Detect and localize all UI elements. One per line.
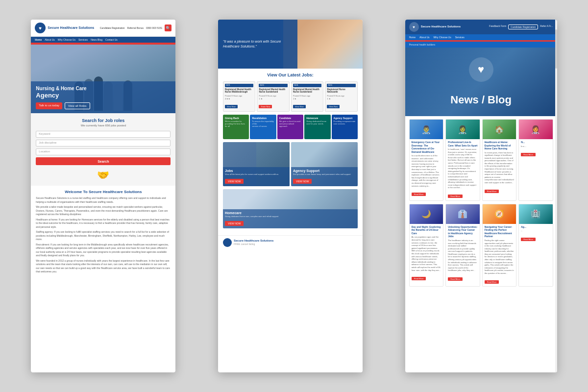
scrollbar-thumb[interactable]: [555, 29, 557, 69]
blog-btn-7[interactable]: Read More: [485, 280, 499, 284]
right-main-nav: Home About Us Why Choose Us Services: [405, 34, 557, 40]
large-panels: Jobs View all the latest jobs for nurses…: [223, 142, 358, 186]
job-card-2: NHS Registered Mental Health Nurse Sunde…: [257, 81, 290, 112]
job-btn-3[interactable]: View Now: [293, 105, 306, 108]
cat-homecare-text: Giving dedicated home care for your need…: [306, 120, 328, 125]
agency-panel-title: Agency Support: [293, 169, 356, 172]
scrollbar[interactable]: [555, 20, 557, 372]
right-nav-btns: Feedback Form Candidate Registration Ref…: [489, 24, 553, 29]
right-refer-btn[interactable]: Refer A Fr...: [540, 24, 553, 29]
cat-agency-text: Providing compassionate care services: [334, 120, 356, 125]
blog-btn-1[interactable]: Read More: [412, 193, 426, 196]
homecare-panel-overlay: Homecare Giving dedicated home care, com…: [223, 209, 358, 228]
nav-about[interactable]: About Us: [45, 38, 55, 41]
cat-revalidation[interactable]: Revalidation To ensure the impartiality …: [250, 115, 276, 139]
nav-home[interactable]: Home: [35, 38, 42, 41]
welcome-para6: We were founded in 2012 a group of nurse…: [36, 259, 171, 274]
jobs-panel-overlay: Jobs View all the latest jobs for nurses…: [223, 167, 290, 186]
jobs-panel-btn[interactable]: VIEW NOW: [225, 179, 244, 184]
location-field[interactable]: Location: [36, 148, 171, 155]
right-nav-home[interactable]: Home: [409, 36, 416, 39]
blog-text-3: In recent years, there has been a signif…: [485, 151, 514, 184]
hands-icon: 🤝: [36, 169, 171, 181]
left-hero-image: Nursing & Home Care Agency Talk to us to…: [31, 45, 175, 113]
blog-btn-3[interactable]: Read More: [485, 190, 499, 193]
cat-agency-label: Agency Support: [334, 117, 356, 120]
cat-giving-back[interactable]: Giving Back We're committed to providing…: [223, 115, 249, 139]
panel-agency[interactable]: Agency Support Zen provides a care-based…: [291, 142, 358, 186]
jobs-panel-text: View all the latest jobs for nurses and …: [225, 173, 288, 175]
panel-homecare[interactable]: Homecare Giving dedicated home care, com…: [223, 189, 358, 228]
search-button[interactable]: Search: [36, 157, 171, 165]
right-nav-about[interactable]: About Us: [419, 36, 430, 39]
welcome-para1: Secure Healthcare Solutions is a nurse-l…: [36, 196, 171, 204]
keyword-field[interactable]: Keyword: [36, 131, 171, 138]
blog-person-4: 👩‍⚕️: [519, 120, 553, 139]
job-btn-2[interactable]: Team Now: [259, 105, 272, 108]
blog-person-8: 🏥: [519, 204, 553, 224]
nav-services[interactable]: Services: [78, 38, 88, 41]
blog-card-5: 🌙 Day and Night: Exploring the Benefits …: [409, 204, 444, 287]
blog-btn-6[interactable]: Read More: [448, 277, 463, 281]
job-tag-1: NHS: [225, 84, 254, 87]
nav-candidate-reg[interactable]: Candidate Registration: [100, 26, 125, 29]
blog-img-6: 👔: [446, 204, 480, 224]
discipline-field[interactable]: Job discipline: [36, 140, 171, 147]
job-btn-1[interactable]: View Now: [225, 105, 238, 108]
blog-btn-5[interactable]: Read More: [412, 277, 426, 280]
blog-btn-8[interactable]: Read More: [521, 238, 536, 241]
blog-card-8: 🏥 Ag... ... Read More: [518, 204, 553, 287]
cat-homecare-label: Homecare: [306, 117, 328, 120]
middle-screenshot: "It was a pleasure to work with Secure H…: [218, 20, 363, 372]
right-nav-services[interactable]: Services: [455, 36, 465, 39]
nav-referral[interactable]: Referral Bonus: [127, 26, 144, 29]
search-title: Search for Job roles: [36, 118, 171, 123]
blog-card-3: 🏠 Healthcare at Home: Exploring the Worl…: [482, 119, 517, 201]
blog-img-4: 👩‍⚕️: [519, 120, 553, 139]
nav-newsblog[interactable]: News Blog: [91, 38, 102, 41]
blog-btn-2[interactable]: Read More: [448, 195, 463, 198]
view-roles-btn[interactable]: View all Roles: [65, 102, 90, 109]
homecare-panel-btn[interactable]: VIEW NOW: [225, 221, 244, 226]
category-grid: Giving Back We're committed to providing…: [223, 115, 358, 139]
job-detail-4: Posted 9 Hours ago: [327, 95, 356, 97]
blog-img-2: 👩‍⚕️: [446, 120, 480, 139]
blog-title-3: Healthcare at Home: Exploring the World …: [485, 141, 514, 150]
panel-jobs[interactable]: Jobs View all the latest jobs for nurses…: [223, 142, 290, 186]
hero-buttons: Talk to us today View all Roles: [36, 102, 171, 109]
job-tag-4: NHS: [327, 84, 356, 87]
blog-btn-4[interactable]: Read More: [521, 153, 536, 156]
job-card-3: NHS Registered Mental Health Nurse Sunde…: [291, 81, 324, 112]
blog-title-5: Day and Night: Exploring the Benefits of…: [412, 225, 441, 235]
blog-grid-row2: 🌙 Day and Night: Exploring the Benefits …: [405, 204, 557, 290]
right-candidate-btn[interactable]: Candidate Registration: [508, 24, 538, 29]
search-section: Search for Job roles We currently have 6…: [31, 113, 175, 186]
agency-panel-btn[interactable]: VIEW NOW: [293, 179, 312, 184]
cat-revalidation-label: Revalidation: [252, 117, 274, 120]
job-btn-4[interactable]: View Now: [327, 105, 340, 108]
blog-title-7: Navigating Your Career: Finding the Perf…: [485, 225, 514, 238]
left-nav-links: Candidate Registration Referral Bonus 03…: [100, 24, 172, 31]
left-screenshot: ♥ Secure Healthcare Solutions Candidate …: [31, 20, 175, 372]
search-icon-btn[interactable]: 🔍: [165, 24, 172, 31]
hero-title: Nursing & Home Care: [36, 85, 171, 92]
right-feedback-btn[interactable]: Feedback Form: [489, 24, 506, 29]
blog-content-1: Emergency Care at Your Doorstep: The Con…: [410, 139, 443, 198]
cat-candidate[interactable]: Candidate We give a client-focused and p…: [277, 115, 303, 139]
blog-text-4: In a ...: [521, 145, 551, 148]
blog-text-8: ...: [521, 229, 551, 232]
blog-title-1: Emergency Care at Your Doorstep: The Con…: [412, 141, 441, 153]
search-subtitle: We currently have 656 jobs posted: [36, 124, 171, 127]
blog-title-2: Professional Live-In Care: What Sets Us …: [448, 141, 478, 147]
cat-homecare[interactable]: Homecare Giving dedicated home care for …: [304, 115, 330, 139]
footer: Secure Healthcare Solutions FREE cancel …: [218, 235, 363, 249]
welcome-para5: Recruitment: If you are looking for long…: [36, 243, 171, 258]
right-nav-why[interactable]: Why Choose Us: [434, 36, 451, 39]
cat-agency-support[interactable]: Agency Support Providing compassionate c…: [332, 115, 358, 139]
talk-to-us-btn[interactable]: Talk to us today: [36, 102, 62, 109]
logo-heart-icon: ♥: [39, 25, 42, 31]
nav-contact[interactable]: Contact Us: [105, 38, 118, 41]
blog-text-2: In healthcare, 'care' means more than ju…: [448, 148, 478, 189]
blog-title-4: N...: [521, 141, 551, 144]
nav-why[interactable]: Why Choose Us: [58, 38, 75, 41]
